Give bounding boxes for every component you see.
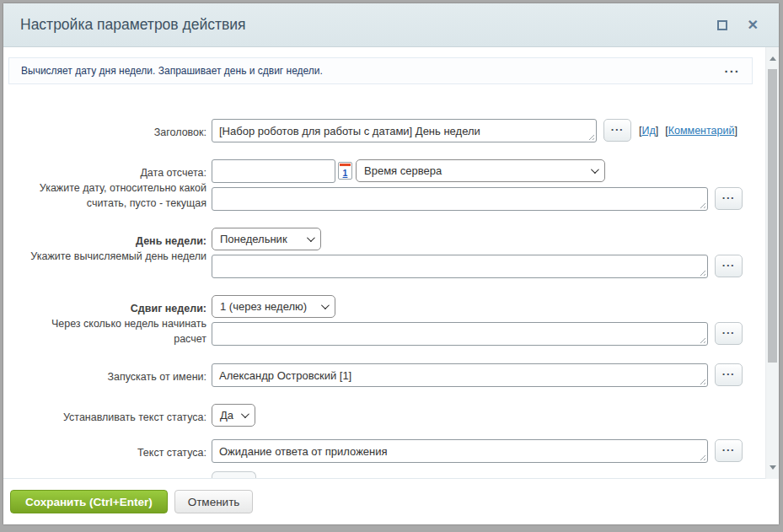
date-input[interactable]: [212, 159, 335, 183]
title-field[interactable]: [Набор роботов для работы с датами] День…: [212, 119, 597, 142]
calendar-icon-day: 1: [343, 168, 348, 179]
calendar-icon-topbar: [340, 164, 351, 166]
resize-grip-icon[interactable]: [698, 268, 705, 276]
comment-link[interactable]: Комментарий: [668, 125, 735, 137]
set-status-select[interactable]: Да: [212, 404, 255, 427]
close-icon[interactable]: ✕: [748, 20, 759, 30]
run-as-row: Запускать от имени: Александр Островский…: [17, 363, 765, 387]
action-description-text: Вычисляет дату дня недели. Запрашивает д…: [21, 65, 724, 77]
shift-expression-field[interactable]: [212, 322, 708, 346]
bracket: ]: [656, 125, 658, 137]
scrollbar-thumb[interactable]: [768, 69, 777, 363]
status-text-label: Текст статуса:: [17, 439, 206, 463]
weekday-label: День недели: Укажите вычисляемый день не…: [17, 228, 206, 278]
calendar-icon[interactable]: 1: [338, 162, 352, 180]
weekday-sublabel: Укажите вычисляемый день недели: [17, 249, 206, 264]
date-expression-field[interactable]: [212, 187, 708, 211]
set-status-row: Устанавливать текст статуса: Да: [17, 404, 765, 427]
run-as-more-button[interactable]: ...: [715, 363, 743, 386]
timezone-select[interactable]: Время сервера: [356, 159, 605, 182]
run-as-field-value: Александр Островский [1]: [219, 369, 351, 382]
date-more-button[interactable]: ...: [715, 187, 743, 210]
chevron-down-icon: [321, 301, 330, 309]
set-status-label: Устанавливать текст статуса:: [17, 404, 206, 427]
id-link[interactable]: Ид: [641, 125, 655, 137]
cancel-button[interactable]: Отменить: [174, 490, 254, 513]
dialog-title: Настройка параметров действия: [20, 16, 717, 34]
status-text-field[interactable]: Ожидание ответа от приложения: [212, 439, 708, 463]
action-description-bar: Вычисляет дату дня недели. Запрашивает д…: [8, 57, 753, 84]
set-status-select-value: Да: [220, 409, 233, 422]
timezone-select-value: Время сервера: [364, 164, 442, 177]
status-text-more-button[interactable]: ...: [715, 439, 743, 462]
shift-sublabel: Через сколько недель начинать расчет: [17, 316, 206, 347]
chevron-down-icon: [241, 410, 249, 418]
resize-grip-icon[interactable]: [698, 453, 705, 460]
more-options-icon[interactable]: ...: [724, 61, 740, 75]
window-controls: ✕: [717, 20, 759, 30]
resize-grip-icon[interactable]: [698, 336, 705, 343]
weekday-expression-field[interactable]: [212, 255, 708, 278]
dialog-window: Настройка параметров действия ✕ Вычисляе…: [3, 3, 779, 524]
resize-grip-icon[interactable]: [587, 132, 594, 140]
title-more-button[interactable]: ...: [603, 119, 631, 142]
chevron-down-icon: [591, 165, 599, 174]
date-label: Дата отсчета: Укажите дату, относительно…: [17, 159, 206, 211]
shift-label: Сдвиг недели: Через сколько недель начин…: [17, 295, 206, 347]
status-text-field-value: Ожидание ответа от приложения: [219, 445, 388, 458]
resize-grip-icon[interactable]: [698, 201, 705, 208]
shift-select[interactable]: 1 (через неделю): [212, 295, 335, 318]
shift-select-value: 1 (через неделю): [220, 300, 307, 313]
shift-more-button[interactable]: ...: [715, 322, 743, 345]
vertical-scrollbar[interactable]: [765, 47, 779, 479]
date-sublabel: Укажите дату, относительно какой считать…: [17, 180, 206, 211]
weekday-more-button[interactable]: ...: [715, 255, 743, 277]
date-row: Дата отсчета: Укажите дату, относительно…: [17, 159, 765, 211]
bracket: ]: [734, 125, 737, 137]
scroll-up-arrow-icon[interactable]: [770, 56, 776, 61]
scroll-down-arrow-icon[interactable]: [770, 465, 776, 470]
shift-row: Сдвиг недели: Через сколько недель начин…: [17, 295, 765, 347]
run-as-label: Запускать от имени:: [17, 363, 206, 387]
save-button[interactable]: Сохранить (Ctrl+Enter): [10, 490, 168, 513]
dialog-body: Вычисляет дату дня недели. Запрашивает д…: [3, 47, 779, 479]
title-row: Заголовок: [Набор роботов для работы с д…: [17, 119, 765, 142]
maximize-icon[interactable]: [717, 20, 727, 30]
titlebar: Настройка параметров действия ✕: [3, 3, 779, 47]
title-links: [Ид][Комментарий]: [639, 125, 737, 137]
desktop-background: Настройка параметров действия ✕ Вычисляе…: [0, 0, 783, 532]
clipped-select[interactable]: [212, 471, 256, 479]
chevron-down-icon: [307, 234, 315, 242]
weekday-select[interactable]: Понедельник: [212, 228, 321, 250]
resize-grip-icon[interactable]: [698, 377, 705, 384]
weekday-select-value: Понедельник: [220, 233, 287, 245]
weekday-row: День недели: Укажите вычисляемый день не…: [17, 228, 765, 278]
title-label: Заголовок:: [17, 119, 206, 142]
run-as-field[interactable]: Александр Островский [1]: [212, 363, 708, 387]
status-text-row: Текст статуса: Ожидание ответа от прилож…: [17, 439, 765, 463]
title-field-value: [Набор роботов для работы с датами] День…: [219, 125, 480, 137]
form-scroll-area: Вычисляет дату дня недели. Запрашивает д…: [3, 47, 765, 479]
footer: Сохранить (Ctrl+Enter) Отменить: [3, 479, 779, 524]
